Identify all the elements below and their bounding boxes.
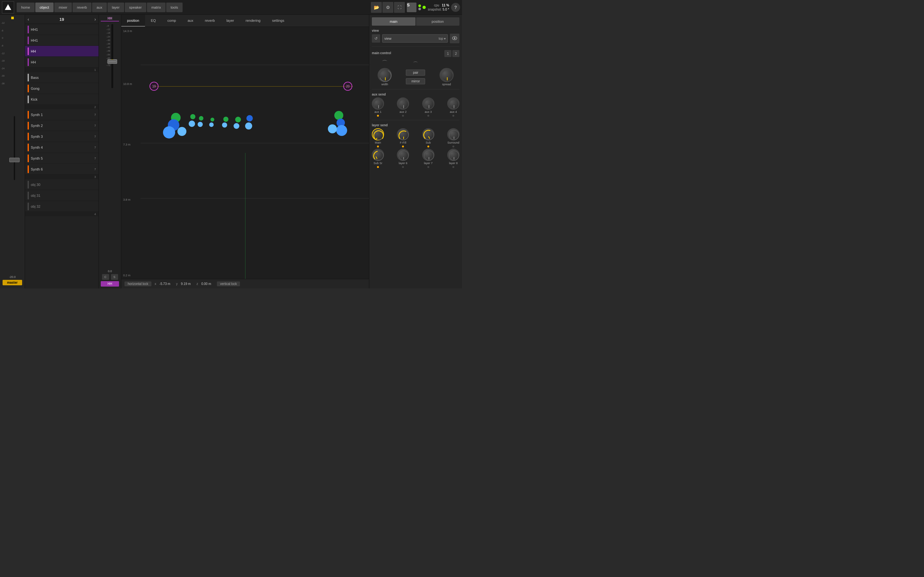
hh-fader-section: HH –6–12–18–24–30–36–42–48–54–60–66–72 0… xyxy=(99,15,121,288)
channel-item[interactable]: Bass xyxy=(25,72,99,83)
dot-lightblue-7[interactable] xyxy=(234,123,239,129)
dot-lightblue-9[interactable] xyxy=(336,125,347,136)
master-fader-thumb[interactable] xyxy=(9,158,19,162)
view-eye-button[interactable] xyxy=(450,34,459,43)
dot-lightblue-6[interactable] xyxy=(222,122,227,127)
channel-item[interactable]: Kick xyxy=(25,94,99,105)
settings-icon[interactable]: ⚙ xyxy=(383,2,393,13)
fullscreen-icon[interactable]: ⛶ xyxy=(394,2,405,13)
nav-mixer[interactable]: mixer xyxy=(54,3,72,12)
dot-blue-2[interactable] xyxy=(246,115,253,121)
aux1-knob[interactable] xyxy=(372,97,384,110)
channel-item[interactable]: Gong xyxy=(25,83,99,94)
channel-item[interactable]: HH1 xyxy=(25,24,99,35)
master-fader[interactable] xyxy=(5,21,23,276)
hh-fader-track[interactable] xyxy=(111,24,113,88)
aux2-knob[interactable] xyxy=(397,97,409,110)
tab-aux[interactable]: aux xyxy=(182,15,199,27)
layer-6-knob[interactable] xyxy=(397,149,409,161)
layer-surround-dot xyxy=(452,145,454,147)
dot-lightblue-5[interactable] xyxy=(209,122,214,127)
layer-7-knob[interactable] xyxy=(422,149,435,161)
tab-position[interactable]: position xyxy=(121,15,145,27)
dot-lightblue-1[interactable] xyxy=(163,126,175,139)
folder-icon[interactable]: 📂 xyxy=(371,2,382,13)
channel-item-hh-active[interactable]: HH xyxy=(25,46,99,57)
pair-button[interactable]: pair xyxy=(406,69,425,76)
channel-item[interactable]: Synth 57 xyxy=(25,153,99,164)
aux4-knob[interactable] xyxy=(447,97,459,110)
horizontal-lock-button[interactable]: horizontal lock xyxy=(124,282,152,286)
layer-8-knob[interactable] xyxy=(447,149,459,161)
channel-item[interactable]: obj 30 xyxy=(25,179,99,190)
channel-item[interactable]: obj 32 xyxy=(25,201,99,212)
layer-7-knob-group: layer 7 xyxy=(422,149,435,168)
dot-green-2[interactable] xyxy=(190,114,195,119)
object-19[interactable]: 19 xyxy=(150,82,158,91)
hh-s-button[interactable]: S xyxy=(111,274,118,280)
dot-lightblue-3[interactable] xyxy=(189,121,195,127)
layer-subsr-knob[interactable] xyxy=(372,149,384,161)
main-control-btn-1[interactable]: 1 xyxy=(444,50,451,57)
hh-c-button[interactable]: C xyxy=(102,274,109,280)
hh-bottom-button[interactable]: HH xyxy=(101,281,119,287)
aux3-knob[interactable] xyxy=(422,97,435,110)
channel-item[interactable]: Synth 17 xyxy=(25,109,99,120)
dot-lightblue-2[interactable] xyxy=(178,127,186,136)
channel-color-bar xyxy=(27,37,29,44)
layer-sub-knob[interactable] xyxy=(422,128,435,140)
channel-prev[interactable]: ‹ xyxy=(27,17,29,22)
object-20[interactable]: 20 xyxy=(343,82,352,91)
nav-matrix[interactable]: matrix xyxy=(147,3,166,12)
master-button[interactable]: master xyxy=(3,280,22,285)
channel-item[interactable]: Synth 37 xyxy=(25,131,99,142)
nav-speaker[interactable]: speaker xyxy=(125,3,146,12)
dot-lightblue-10[interactable] xyxy=(328,124,337,133)
nav-reverb[interactable]: reverb xyxy=(73,3,91,12)
channel-item[interactable]: Synth 47 xyxy=(25,142,99,153)
main-control-btn-2[interactable]: 2 xyxy=(452,50,459,57)
tab-rendering[interactable]: rendering xyxy=(240,15,266,27)
dot-green-3[interactable] xyxy=(199,116,204,121)
x-label: x xyxy=(155,282,156,285)
dot-green-4[interactable] xyxy=(210,118,214,121)
vu-scale: -12-6 0-6-12-18-24-30-36 xyxy=(1,21,5,85)
nav-object[interactable]: object xyxy=(35,3,53,12)
layer-surround-knob[interactable] xyxy=(447,128,459,140)
nav-layer[interactable]: layer xyxy=(107,3,124,12)
layer-main-knob[interactable] xyxy=(372,128,384,140)
snapshot-btn[interactable]: S xyxy=(407,3,417,12)
layer-ffill-knob[interactable] xyxy=(397,128,409,140)
rp-tab-main[interactable]: main xyxy=(372,17,415,26)
channel-next[interactable]: › xyxy=(94,17,96,22)
nav-aux[interactable]: aux xyxy=(92,3,107,12)
spread-knob[interactable] xyxy=(439,68,454,82)
aux2-label: aux 2 xyxy=(399,110,407,113)
rp-tab-position[interactable]: position xyxy=(416,17,460,26)
nav-home[interactable]: home xyxy=(17,3,35,12)
channel-item[interactable]: Synth 67 xyxy=(25,164,99,175)
channel-color-bar xyxy=(27,74,29,81)
nav-tools[interactable]: tools xyxy=(166,3,183,12)
tab-comp[interactable]: comp xyxy=(162,15,182,27)
channel-item[interactable]: obj 31 xyxy=(25,190,99,201)
tab-layer[interactable]: layer xyxy=(221,15,240,27)
tab-reverb[interactable]: reverb xyxy=(199,15,220,27)
hh-fader-thumb[interactable] xyxy=(107,59,117,64)
channel-item[interactable]: Synth 27 xyxy=(25,120,99,131)
width-knob[interactable] xyxy=(378,68,392,82)
channel-item[interactable]: HH1 xyxy=(25,35,99,46)
view-select[interactable]: view top ▾ xyxy=(382,34,448,43)
dot-lightblue-8[interactable] xyxy=(245,122,252,129)
tab-eq[interactable]: EQ xyxy=(145,15,162,27)
tab-settings[interactable]: settings xyxy=(266,15,290,27)
cpu-info: cpu 11 % snapshot: 5.0 * xyxy=(428,3,449,11)
dot-green-6[interactable] xyxy=(235,117,241,122)
mirror-button[interactable]: mirror xyxy=(406,78,425,84)
channel-item[interactable]: HH xyxy=(25,57,99,68)
dot-lightblue-4[interactable] xyxy=(198,122,203,127)
view-reset-button[interactable]: ↺ xyxy=(372,34,380,43)
vertical-lock-button[interactable]: vertical lock xyxy=(217,282,240,286)
dot-green-5[interactable] xyxy=(223,117,228,122)
help-button[interactable]: ? xyxy=(451,3,460,12)
